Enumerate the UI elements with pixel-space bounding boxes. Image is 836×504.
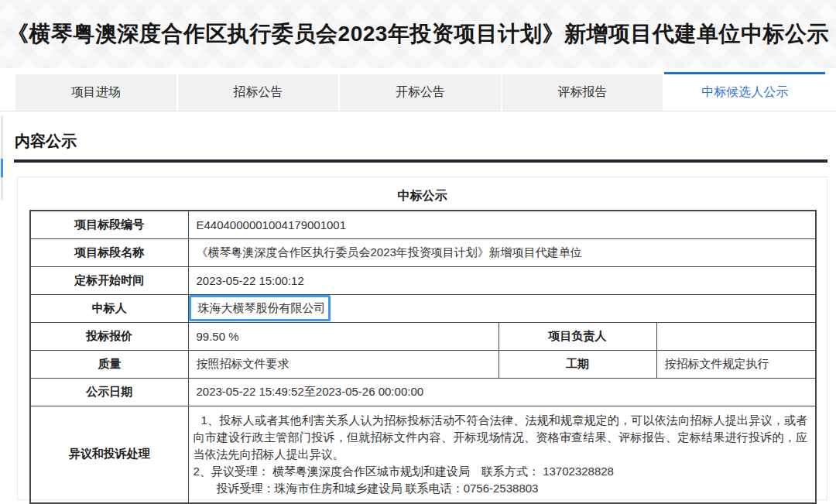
table-row-winner: 中标人 珠海大横琴股份有限公司	[30, 294, 816, 322]
table-row-decision-start-time: 定标开始时间 2023-05-22 15:00:12	[30, 266, 816, 294]
tab-bar: 项目进场 招标公告 开标公告 评标报告 中标候选人公示	[0, 72, 836, 111]
notice-panel: 中标公示 项目标段编号 E4404000001004179001001 项目标段…	[17, 177, 827, 500]
segment-code-value: E4404000001004179001001	[188, 211, 816, 238]
tab-winner-candidates[interactable]: 中标候选人公示	[664, 72, 825, 111]
segment-name-value: 《横琴粤澳深度合作区执行委员会2023年投资项目计划》新增项目代建单位	[188, 238, 816, 266]
tab-evaluation-report[interactable]: 评标报告	[502, 74, 665, 111]
section-divider	[14, 159, 827, 163]
left-scrollbar-thumb[interactable]	[1, 159, 3, 177]
bid-price-label: 投标报价	[30, 322, 188, 350]
segment-code-label: 项目标段编号	[30, 211, 188, 238]
tab-project-entry[interactable]: 项目进场	[15, 74, 178, 111]
page-title: 《横琴粤澳深度合作区执行委员会2023年投资项目计划》新增项目代建单位中标公示	[7, 19, 829, 49]
dispute-paragraph-1: 1、投标人或者其他利害关系人认为招标投标活动不符合法律、法规和规章规定的，可以依…	[194, 412, 808, 463]
winner-label: 中标人	[30, 294, 188, 322]
duration-label: 工期	[499, 350, 656, 378]
left-scrollbar-track	[1, 116, 3, 200]
segment-name-label: 项目标段名称	[30, 238, 188, 266]
dispute-paragraph-2: 2、异议受理： 横琴粤澳深度合作区城市规划和建设局 联系方式： 13702328…	[194, 463, 808, 480]
decision-start-time-value: 2023-05-22 15:00:12	[188, 266, 816, 294]
tab-list: 项目进场 招标公告 开标公告 评标报告 中标候选人公示	[15, 72, 825, 111]
quality-value: 按照招标文件要求	[188, 350, 499, 378]
section-heading: 内容公示	[15, 131, 77, 152]
page: 《横琴粤澳深度合作区执行委员会2023年投资项目计划》新增项目代建单位中标公示 …	[0, 0, 836, 504]
publicity-period-value: 2023-05-22 15:49:52至2023-05-26 00:00:00	[188, 378, 816, 406]
table-row-publicity-period: 公示日期 2023-05-22 15:49:52至2023-05-26 00:0…	[30, 378, 816, 406]
tab-bid-opening[interactable]: 开标公告	[340, 74, 502, 111]
table-row-segment-code: 项目标段编号 E4404000001004179001001	[30, 211, 816, 238]
bid-price-value: 99.50 %	[188, 322, 499, 350]
project-manager-label: 项目负责人	[499, 322, 656, 350]
duration-value: 按招标文件规定执行	[656, 350, 816, 378]
table-row-dispute: 异议和投诉处理 1、投标人或者其他利害关系人认为招标投标活动不符合法律、法规和规…	[30, 406, 816, 503]
notice-table: 项目标段编号 E4404000001004179001001 项目标段名称 《横…	[29, 210, 817, 504]
project-manager-value	[656, 322, 816, 350]
table-row-bid-price: 投标报价 99.50 % 项目负责人	[30, 322, 816, 350]
decision-start-time-label: 定标开始时间	[30, 266, 188, 294]
dispute-label: 异议和投诉处理	[30, 406, 188, 503]
dispute-paragraph-3: 投诉受理：珠海市住房和城乡建设局 联系电话：0756-2538803	[194, 480, 808, 497]
quality-label: 质量	[30, 350, 188, 378]
winner-highlight-box[interactable]: 珠海大横琴股份有限公司	[189, 295, 331, 321]
notice-title: 中标公示	[18, 188, 827, 204]
publicity-period-label: 公示日期	[30, 378, 188, 406]
table-row-quality: 质量 按照招标文件要求 工期 按招标文件规定执行	[30, 350, 816, 378]
winner-value-cell: 珠海大横琴股份有限公司	[188, 294, 816, 322]
tab-tender-notice[interactable]: 招标公告	[178, 74, 341, 111]
page-header: 《横琴粤澳深度合作区执行委员会2023年投资项目计划》新增项目代建单位中标公示	[0, 0, 836, 68]
dispute-content: 1、投标人或者其他利害关系人认为招标投标活动不符合法律、法规和规章规定的，可以依…	[188, 406, 816, 503]
table-row-segment-name: 项目标段名称 《横琴粤澳深度合作区执行委员会2023年投资项目计划》新增项目代建…	[30, 238, 816, 266]
dispute-paragraphs: 1、投标人或者其他利害关系人认为招标投标活动不符合法律、法规和规章规定的，可以依…	[194, 412, 808, 497]
